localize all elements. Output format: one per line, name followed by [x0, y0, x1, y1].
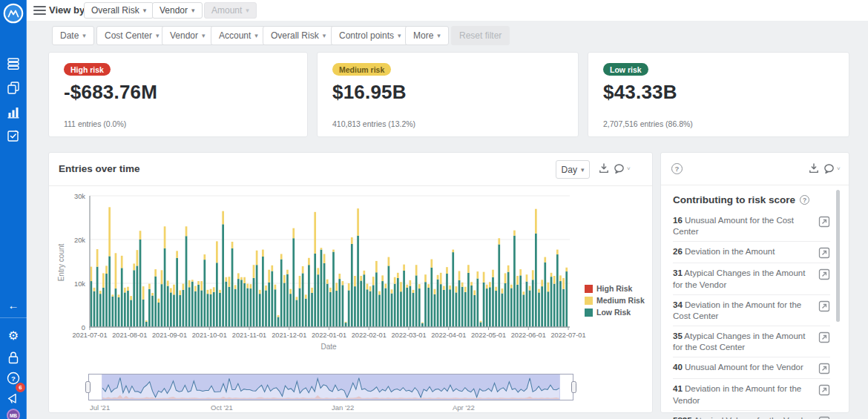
risk-factor-row: 40 Unusual Amount for the Vendor — [673, 357, 830, 379]
high-risk-entries: 111 entries (0.0%) — [64, 119, 126, 128]
comment-icon[interactable] — [613, 162, 626, 176]
copy-pages-icon — [5, 79, 22, 96]
filter-overall-risk-button[interactable]: Overall Risk▾ — [263, 26, 334, 45]
group-by-amount-dropdown[interactable]: Amount ▾ — [204, 2, 257, 19]
panel-scrollbar[interactable] — [836, 190, 840, 322]
svg-text:0: 0 — [82, 324, 85, 331]
reset-filter-button[interactable]: Reset filter — [451, 26, 510, 45]
app-logo[interactable] — [0, 2, 27, 24]
filter-account-button[interactable]: Account▾ — [211, 26, 266, 45]
chevron-down-icon: ▾ — [254, 32, 258, 39]
svg-text:2022-01-01: 2022-01-01 — [312, 331, 346, 339]
risk-factor-list: 16 Unusual Amount for the Cost Center 26… — [673, 211, 830, 419]
risk-factor-id: 31 — [673, 268, 683, 277]
external-link-icon[interactable] — [818, 300, 830, 312]
filter-date-button[interactable]: Date▾ — [52, 26, 94, 45]
external-link-icon[interactable] — [818, 331, 830, 343]
low-risk-value: $43.33B — [603, 81, 677, 104]
filter-label: Control points — [339, 30, 394, 41]
dropdown-label: Overall Risk — [91, 5, 139, 16]
entries-bar-chart[interactable]: 010k20k30k 2021-07-012021-08-012021-09-0… — [55, 190, 648, 354]
risk-score-panel: ? ˅ Contributing to risk score ? 16 Unus… — [660, 152, 849, 413]
group-by-overall-risk-dropdown[interactable]: Overall Risk ▾ — [84, 2, 154, 19]
chevron-down-icon: ▾ — [398, 32, 401, 39]
svg-text:10k: 10k — [74, 280, 85, 288]
filter-cost-center-button[interactable]: Cost Center▾ — [96, 26, 168, 45]
help-circle-icon[interactable]: ? — [671, 163, 683, 174]
risk-factor-row: 41 Deviation in the Amount for the Vendo… — [673, 379, 830, 410]
chevron-down-icon: ▾ — [156, 32, 160, 39]
svg-text:20k: 20k — [74, 237, 85, 244]
filter-label: Account — [219, 30, 251, 41]
svg-text:2021-07-01: 2021-07-01 — [73, 331, 108, 339]
chevron-down-icon[interactable]: ˅ — [837, 165, 841, 172]
filter-label: Cost Center — [105, 30, 152, 41]
risk-factor-id: 5825 — [673, 416, 692, 419]
mindbridge-logo-icon — [3, 3, 24, 24]
brush-handle-right[interactable] — [571, 381, 576, 393]
external-link-icon[interactable] — [818, 268, 830, 280]
filter-more-button[interactable]: More▾ — [405, 26, 449, 45]
filter-control-points-button[interactable]: Control points▾ — [331, 26, 410, 45]
low-risk-badge: Low risk — [603, 63, 648, 76]
risk-factor-id: 26 — [673, 247, 683, 256]
legend-label: Medium Risk — [596, 296, 645, 305]
download-icon[interactable] — [808, 162, 821, 176]
tasks-check-icon — [5, 128, 22, 144]
filter-vendor-button[interactable]: Vendor▾ — [162, 26, 214, 45]
database-icon — [5, 56, 22, 72]
risk-panel-heading: Contributing to risk score ? — [673, 194, 809, 205]
svg-text:2022-05-01: 2022-05-01 — [471, 331, 506, 339]
high-risk-card: High risk -$683.76M 111 entries (0.0%) — [48, 52, 308, 137]
download-icon[interactable] — [598, 162, 611, 176]
sidebar-item-tasks[interactable] — [0, 126, 27, 145]
risk-factor-label: Unusual Amount for the Vendor — [685, 363, 803, 372]
external-link-icon[interactable] — [818, 384, 830, 396]
avatar: MB — [7, 409, 20, 419]
main-content: View by Overall Risk ▾ Vendor ▾ Amount ▾… — [27, 0, 868, 419]
notification-badge: 6 — [16, 383, 25, 392]
svg-text:2021-09-01: 2021-09-01 — [152, 331, 187, 339]
chevron-down-icon: ▾ — [437, 32, 441, 39]
sidebar-divider — [0, 317, 27, 318]
filter-label: Vendor — [170, 30, 198, 41]
sidebar-item-security[interactable] — [0, 348, 27, 367]
svg-text:2021-12-01: 2021-12-01 — [272, 331, 306, 339]
help-circle-icon[interactable]: ? — [800, 195, 809, 205]
chevron-down-icon[interactable]: ˅ — [627, 165, 631, 172]
comment-icon[interactable] — [823, 162, 836, 176]
low-risk-card: Low risk $43.33B 2,707,516 entries (86.8… — [588, 52, 849, 137]
interval-day-dropdown[interactable]: Day ▾ — [556, 160, 590, 179]
x-axis-label: Date — [320, 343, 337, 351]
hamburger-menu-icon[interactable] — [33, 6, 46, 15]
chart-gridlines — [90, 196, 570, 283]
external-link-icon[interactable] — [818, 416, 830, 419]
risk-factor-id: 40 — [673, 363, 683, 372]
sidebar-user-avatar[interactable]: MB — [0, 406, 27, 419]
dropdown-label: Vendor — [160, 5, 188, 16]
dropdown-label: Day — [562, 165, 577, 175]
sidebar-collapse-button[interactable]: ← — [0, 295, 27, 314]
brush-handle-left[interactable] — [85, 381, 91, 393]
svg-text:2021-10-01: 2021-10-01 — [192, 331, 227, 339]
brush-tick-label: Jul '21 — [90, 403, 110, 412]
external-link-icon[interactable] — [818, 247, 830, 259]
group-by-vendor-dropdown[interactable]: Vendor ▾ — [152, 2, 203, 19]
filter-label: Date — [60, 30, 79, 41]
sidebar-item-analytics[interactable] — [0, 102, 27, 122]
external-link-icon[interactable] — [818, 216, 830, 228]
sidebar-item-settings[interactable]: ⚙ — [0, 326, 27, 346]
gear-icon: ⚙ — [8, 330, 19, 342]
time-range-brush[interactable]: Jul '21Oct '21Jan '22Apr '22 — [88, 374, 573, 411]
medium-risk-card: Medium risk $16.95B 410,813 entries (13.… — [317, 52, 579, 137]
legend-swatch — [585, 285, 593, 293]
external-link-icon[interactable] — [818, 363, 830, 375]
sidebar-item-data[interactable] — [0, 54, 27, 73]
entries-over-time-card: Entries over time Day ▾ ˅ 010k20k30k — [48, 152, 653, 413]
lock-icon — [5, 349, 22, 366]
svg-text:2022-06-01: 2022-06-01 — [511, 331, 546, 339]
sidebar-item-announcements[interactable]: 6 — [0, 386, 27, 406]
risk-factor-row: 31 Atypical Changes in the Amount for th… — [673, 263, 830, 294]
brush-tick-label: Apr '22 — [453, 403, 475, 412]
sidebar-item-files[interactable] — [0, 78, 27, 97]
